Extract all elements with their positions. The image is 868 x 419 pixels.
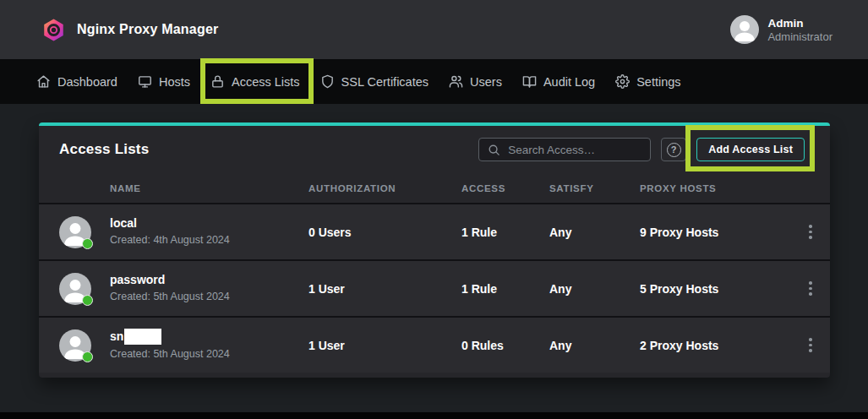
row-avatar-cell [59, 273, 110, 305]
nav-item-settings[interactable]: Settings [615, 59, 680, 104]
content: Access Lists ? Add Access List [0, 104, 868, 378]
name-cell: local Created: 4th August 2024 [110, 216, 308, 248]
monitor-icon [138, 74, 152, 89]
satisfy-cell: Any [549, 339, 640, 352]
created-date: Created: 4th August 2024 [110, 232, 308, 248]
avatar [59, 273, 91, 305]
user-text: Admin Administrator [767, 16, 833, 44]
nav-label: Audit Log [543, 75, 595, 89]
row-menu-cell [801, 335, 830, 356]
access-cell: 1 Rule [461, 282, 549, 296]
row-menu-cell [801, 278, 830, 300]
nav-item-dashboard[interactable]: Dashboard [36, 59, 117, 104]
nav-label: Dashboard [57, 75, 117, 89]
th-satisfy: SATISFY [549, 183, 640, 193]
nav-label: Settings [636, 75, 680, 89]
nav-item-audit-log[interactable]: Audit Log [522, 59, 595, 104]
row-menu-kebab-icon[interactable] [801, 278, 820, 300]
satisfy-cell: Any [549, 226, 640, 239]
access-list-name: local [110, 216, 308, 231]
book-icon [522, 74, 537, 89]
shield-icon [320, 74, 335, 89]
search-box [478, 138, 651, 161]
created-date: Created: 5th August 2024 [110, 289, 308, 304]
access-list-name: sn [110, 329, 308, 345]
user-name: Admin [767, 16, 833, 30]
nav-label: Users [470, 75, 502, 89]
table-row[interactable]: local Created: 4th August 2024 0 Users 1… [39, 203, 830, 259]
main-nav: Dashboard Hosts Access Lists SSL Certifi… [0, 59, 868, 104]
proxy-hosts-cell: 5 Proxy Hosts [640, 282, 801, 296]
nav-item-hosts[interactable]: Hosts [138, 59, 190, 104]
status-dot [82, 238, 93, 249]
home-icon [36, 74, 51, 89]
add-access-list-button[interactable]: Add Access List [696, 138, 805, 161]
satisfy-cell: Any [549, 282, 640, 296]
brand: Nginx Proxy Manager [42, 18, 218, 42]
panel-actions: ? Add Access List [478, 138, 816, 161]
row-menu-cell [801, 221, 830, 243]
created-date: Created: 5th August 2024 [110, 346, 308, 362]
page-title: Access Lists [59, 141, 149, 158]
access-list-name: password [110, 273, 308, 287]
lock-icon [210, 74, 225, 89]
row-menu-kebab-icon[interactable] [801, 221, 820, 243]
nav-label: Hosts [159, 75, 190, 89]
name-cell: password Created: 5th August 2024 [110, 273, 308, 304]
th-name: NAME [110, 183, 308, 193]
authorization-cell: 1 User [308, 282, 461, 296]
authorization-cell: 1 User [308, 339, 461, 352]
user-menu[interactable]: Admin Administrator [730, 15, 833, 44]
th-proxy-hosts: PROXY HOSTS [640, 183, 801, 193]
row-menu-kebab-icon[interactable] [801, 335, 820, 356]
user-avatar [730, 15, 759, 44]
app-header: Nginx Proxy Manager Admin Administrator [0, 0, 868, 59]
users-icon [449, 74, 463, 89]
help-button[interactable]: ? [661, 138, 686, 161]
row-avatar-cell [59, 329, 110, 362]
npm-logo-icon [42, 18, 65, 42]
proxy-hosts-cell: 9 Proxy Hosts [640, 226, 801, 239]
table-row[interactable]: password Created: 5th August 2024 1 User… [39, 259, 830, 316]
nav-item-access-lists[interactable]: Access Lists [210, 59, 300, 104]
add-button-wrap: Add Access List [696, 138, 805, 161]
status-dot [82, 295, 93, 306]
nav-item-users[interactable]: Users [449, 59, 502, 104]
row-avatar-cell [59, 216, 110, 248]
bottom-edge-strip [0, 412, 868, 419]
search-input[interactable] [508, 144, 641, 156]
search-icon [488, 144, 500, 156]
avatar [59, 329, 91, 362]
access-lists-panel: Access Lists ? Add Access List [39, 122, 830, 378]
status-dot [82, 351, 93, 362]
avatar [59, 216, 91, 248]
gear-icon [615, 74, 630, 89]
redaction-box [124, 329, 161, 345]
table-header: NAME AUTHORIZATION ACCESS SATISFY PROXY … [39, 173, 830, 203]
app-title: Nginx Proxy Manager [77, 22, 218, 37]
table-row[interactable]: sn Created: 5th August 2024 1 User 0 Rul… [39, 316, 830, 373]
access-cell: 0 Rules [461, 339, 549, 352]
authorization-cell: 0 Users [308, 226, 461, 239]
screen: Nginx Proxy Manager Admin Administrator … [0, 0, 868, 419]
panel-header: Access Lists ? Add Access List [39, 126, 830, 173]
th-authorization: AUTHORIZATION [308, 183, 461, 193]
nav-label: Access Lists [232, 75, 300, 89]
proxy-hosts-cell: 2 Proxy Hosts [640, 339, 801, 352]
nav-item-ssl-certificates[interactable]: SSL Certificates [320, 59, 429, 104]
user-role: Administrator [767, 30, 833, 44]
name-cell: sn Created: 5th August 2024 [110, 329, 308, 362]
nav-label: SSL Certificates [341, 75, 429, 89]
th-access: ACCESS [461, 183, 549, 193]
access-cell: 1 Rule [461, 226, 549, 239]
help-icon: ? [667, 143, 681, 157]
